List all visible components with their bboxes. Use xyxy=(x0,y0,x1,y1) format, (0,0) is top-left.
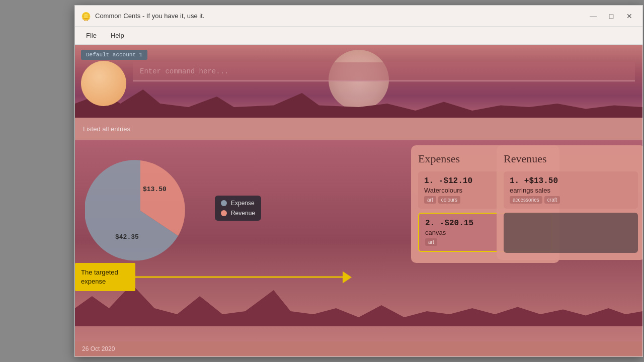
header-area: Default account 1 xyxy=(75,45,642,118)
chart-legend: Expense Revenue xyxy=(215,196,261,221)
title-bar: 🪙 Common Cents - If you have it, use it.… xyxy=(75,6,642,27)
revenue-1-tags: accessories craft xyxy=(510,196,632,204)
menu-file[interactable]: File xyxy=(79,30,104,41)
footer: 26 Oct 2020 xyxy=(75,341,642,356)
window-controls: — □ ✕ xyxy=(586,9,636,23)
annotation-arrow xyxy=(134,276,346,278)
minimize-button[interactable]: — xyxy=(586,9,600,23)
account-badge[interactable]: Default account 1 xyxy=(81,50,147,60)
close-button[interactable]: ✕ xyxy=(622,9,636,23)
revenue-1-name: earrings sales xyxy=(510,187,632,194)
footer-date: 26 Oct 2020 xyxy=(82,345,115,352)
revenue-dot xyxy=(221,210,227,216)
expense-2-tag-0[interactable]: art xyxy=(425,238,437,246)
revenue-legend-label: Revenue xyxy=(231,210,255,217)
expense-1-tag-1[interactable]: colours xyxy=(438,196,460,204)
pie-expense-label: $13.50 xyxy=(143,186,167,193)
window-title: Common Cents - If you have it, use it. xyxy=(95,12,586,20)
menu-bar: File Help xyxy=(75,27,642,45)
expense-dot xyxy=(221,200,227,206)
pie-chart: $13.50 $42.35 xyxy=(85,155,196,266)
command-input-wrapper xyxy=(133,62,635,81)
app-window: 🪙 Common Cents - If you have it, use it.… xyxy=(74,5,643,357)
revenue-1-tag-0[interactable]: accessories xyxy=(510,196,542,204)
legend-expense: Expense xyxy=(221,200,255,207)
command-input[interactable] xyxy=(133,62,635,81)
revenue-1-amount: 1. +$13.50 xyxy=(510,176,632,186)
legend-revenue: Revenue xyxy=(221,210,255,217)
expense-legend-label: Expense xyxy=(231,200,255,207)
annotation: The targeted expense xyxy=(75,263,135,291)
expense-1-tag-0[interactable]: art xyxy=(424,196,436,204)
avatar xyxy=(81,61,126,106)
revenue-entry-1[interactable]: 1. +$13.50 earrings sales accessories cr… xyxy=(504,171,638,209)
revenues-panel: Revenues 1. +$13.50 earrings sales acces… xyxy=(497,145,642,260)
main-content: $13.50 $42.35 Expense Revenue Expenses xyxy=(75,140,642,341)
revenues-empty-area xyxy=(504,213,638,253)
pie-chart-section: $13.50 $42.35 Expense Revenue xyxy=(85,155,221,266)
revenues-title: Revenues xyxy=(504,152,638,165)
status-bar: Listed all entries xyxy=(75,118,642,140)
maximize-button[interactable]: □ xyxy=(604,9,618,23)
pie-chart-svg xyxy=(85,155,196,266)
status-text: Listed all entries xyxy=(83,125,130,133)
pie-revenue-label: $42.35 xyxy=(115,233,139,241)
menu-help[interactable]: Help xyxy=(104,30,131,41)
app-icon: 🪙 xyxy=(81,12,90,21)
revenue-1-tag-1[interactable]: craft xyxy=(544,196,560,204)
annotation-box: The targeted expense xyxy=(75,263,135,291)
